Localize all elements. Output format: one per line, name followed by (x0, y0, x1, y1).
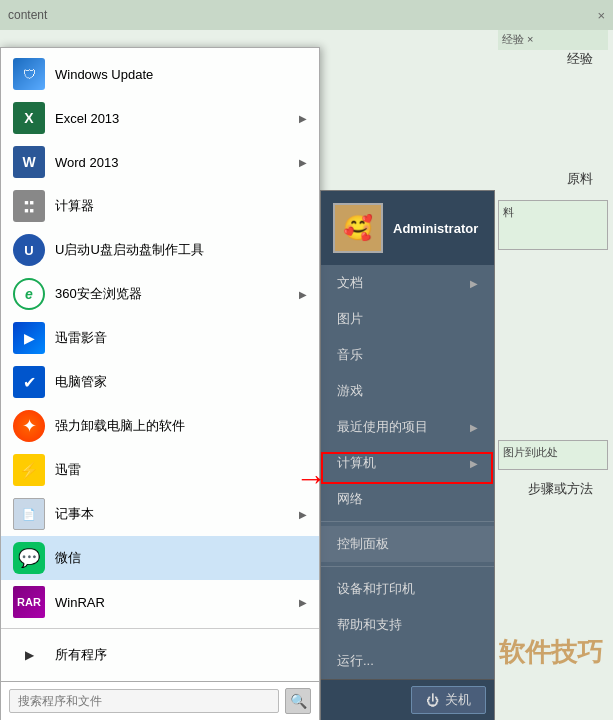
windows-update-icon: 🛡 (13, 58, 45, 90)
start-search-bar: 🔍 (1, 681, 319, 720)
user-section: 🥰 Administrator (321, 191, 494, 265)
start-item-usb[interactable]: U U启动U盘启动盘制作工具 (1, 228, 319, 272)
right-separator (321, 521, 494, 522)
right-item-control-panel[interactable]: 控制面板 (321, 526, 494, 562)
search-button[interactable]: 🔍 (285, 688, 311, 714)
start-item-notepad-label: 记事本 (55, 505, 289, 523)
right-item-run[interactable]: 运行... (321, 643, 494, 679)
start-item-pc-mgr[interactable]: ✔ 电脑管家 (1, 360, 319, 404)
start-item-word[interactable]: W Word 2013 ▶ (1, 140, 319, 184)
start-menu: 🛡 Windows Update X Excel 2013 ▶ W Word 2… (0, 47, 495, 720)
shutdown-label: 关机 (445, 691, 471, 709)
network-label: 网络 (337, 490, 363, 508)
start-item-xunlei-label: 迅雷 (55, 461, 307, 479)
right-item-help[interactable]: 帮助和支持 (321, 607, 494, 643)
computer-arrow-icon: ▶ (470, 458, 478, 469)
content-tab: 经验 × (498, 30, 608, 50)
user-avatar: 🥰 (333, 203, 383, 253)
recent-label: 最近使用的项目 (337, 418, 428, 436)
right-item-documents[interactable]: 文档 ▶ (321, 265, 494, 301)
start-item-all-programs-label: 所有程序 (55, 646, 307, 664)
start-item-360-label: 360安全浏览器 (55, 285, 289, 303)
right-item-computer[interactable]: 计算机 ▶ (321, 445, 494, 481)
uninstall-icon: ✦ (13, 410, 45, 442)
music-label: 音乐 (337, 346, 363, 364)
notepad-icon: 📄 (13, 498, 45, 530)
control-panel-label: 控制面板 (337, 535, 389, 553)
top-bar: content × (0, 0, 613, 30)
right-item-devices[interactable]: 设备和打印机 (321, 571, 494, 607)
start-item-uninstall-label: 强力卸载电脑上的软件 (55, 417, 307, 435)
start-item-wechat-label: 微信 (55, 549, 307, 567)
bg-line-1: 经验 (567, 50, 593, 68)
excel-arrow-icon: ▶ (299, 113, 307, 124)
run-label: 运行... (337, 652, 374, 670)
excel-icon: X (13, 102, 45, 134)
start-menu-items-list: 🛡 Windows Update X Excel 2013 ▶ W Word 2… (1, 48, 319, 681)
start-item-winrar[interactable]: RAR WinRAR ▶ (1, 580, 319, 624)
start-item-xunlei-player[interactable]: ▶ 迅雷影音 (1, 316, 319, 360)
shutdown-bar: ⏻ 关机 (321, 679, 494, 720)
start-item-wechat[interactable]: 💬 微信 (1, 536, 319, 580)
right-item-music[interactable]: 音乐 (321, 337, 494, 373)
documents-arrow-icon: ▶ (470, 278, 478, 289)
start-item-all-programs[interactable]: ▶ 所有程序 (1, 633, 319, 677)
right-item-network[interactable]: 网络 (321, 481, 494, 517)
360-arrow-icon: ▶ (299, 289, 307, 300)
start-item-usb-label: U启动U盘启动盘制作工具 (55, 241, 307, 259)
start-item-xunlei-player-label: 迅雷影音 (55, 329, 307, 347)
bg-line-3: 步骤或方法 (528, 480, 593, 498)
wechat-icon: 💬 (13, 542, 45, 574)
search-input[interactable] (9, 689, 279, 713)
xunlei-icon: ⚡ (13, 454, 45, 486)
winrar-icon: RAR (13, 586, 45, 618)
calc-icon: ■■■■ (13, 190, 45, 222)
word-arrow-icon: ▶ (299, 157, 307, 168)
computer-label: 计算机 (337, 454, 376, 472)
pc-mgr-icon: ✔ (13, 366, 45, 398)
winrar-arrow-icon: ▶ (299, 597, 307, 608)
right-item-recent[interactable]: 最近使用的项目 ▶ (321, 409, 494, 445)
start-item-calc[interactable]: ■■■■ 计算器 (1, 184, 319, 228)
devices-label: 设备和打印机 (337, 580, 415, 598)
start-item-winrar-label: WinRAR (55, 595, 289, 610)
all-programs-icon: ▶ (13, 639, 45, 671)
start-menu-left-panel: 🛡 Windows Update X Excel 2013 ▶ W Word 2… (0, 47, 320, 720)
recent-arrow-icon: ▶ (470, 422, 478, 433)
bg-line-2: 原料 (567, 170, 593, 188)
right-item-games[interactable]: 游戏 (321, 373, 494, 409)
360-icon: e (13, 278, 45, 310)
games-label: 游戏 (337, 382, 363, 400)
start-item-excel[interactable]: X Excel 2013 ▶ (1, 96, 319, 140)
content-box-2: 图片到此处 (498, 440, 608, 470)
documents-label: 文档 (337, 274, 363, 292)
start-item-xunlei[interactable]: ⚡ 迅雷 (1, 448, 319, 492)
start-item-windows-update-label: Windows Update (55, 67, 307, 82)
start-item-uninstall[interactable]: ✦ 强力卸载电脑上的软件 (1, 404, 319, 448)
start-item-calc-label: 计算器 (55, 197, 307, 215)
start-menu-right-panel: 🥰 Administrator 文档 ▶ 图片 音乐 游戏 最近使用的项目 ▶ … (320, 190, 495, 720)
shutdown-button[interactable]: ⏻ 关机 (411, 686, 486, 714)
start-item-word-label: Word 2013 (55, 155, 289, 170)
start-item-pc-mgr-label: 电脑管家 (55, 373, 307, 391)
pictures-label: 图片 (337, 310, 363, 328)
xunlei-player-icon: ▶ (13, 322, 45, 354)
close-button[interactable]: × (597, 8, 605, 23)
top-bar-text: content (8, 8, 47, 22)
start-item-notepad[interactable]: 📄 记事本 ▶ (1, 492, 319, 536)
start-separator (1, 628, 319, 629)
start-item-windows-update[interactable]: 🛡 Windows Update (1, 52, 319, 96)
notepad-arrow-icon: ▶ (299, 509, 307, 520)
right-item-pictures[interactable]: 图片 (321, 301, 494, 337)
start-item-360[interactable]: e 360安全浏览器 ▶ (1, 272, 319, 316)
start-item-excel-label: Excel 2013 (55, 111, 289, 126)
usb-icon: U (13, 234, 45, 266)
user-name: Administrator (393, 221, 478, 236)
help-label: 帮助和支持 (337, 616, 402, 634)
word-icon: W (13, 146, 45, 178)
right-separator-2 (321, 566, 494, 567)
shutdown-icon: ⏻ (426, 693, 439, 708)
content-box-1: 料 (498, 200, 608, 250)
